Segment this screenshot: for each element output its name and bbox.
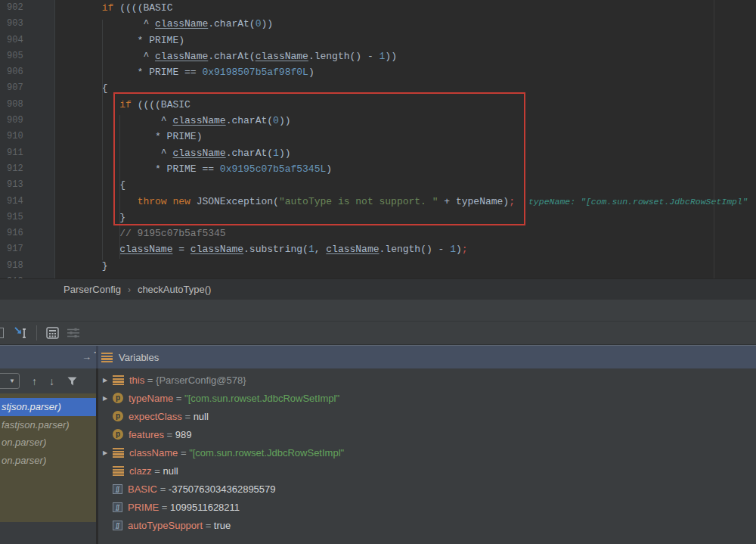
line-number[interactable]: 910 xyxy=(0,129,54,145)
variable-name: expectClass xyxy=(129,411,182,422)
variable-name: PRIME xyxy=(128,502,159,513)
expand-arrow-icon[interactable]: ▶ xyxy=(100,449,110,456)
right-margin-guide xyxy=(714,0,714,278)
line-number[interactable]: 904 xyxy=(0,33,54,48)
variable-value: {ParserConfig@578} xyxy=(156,375,246,386)
variable-row[interactable]: ▶pexpectClass = null xyxy=(98,407,756,425)
stack-frame-item[interactable]: stjson.parser) xyxy=(0,398,96,416)
expand-arrow-icon[interactable]: ▶ xyxy=(100,377,110,384)
code-line[interactable]: if ((((BASIC xyxy=(67,97,748,113)
stack-frame-item[interactable]: on.parser) xyxy=(0,452,96,470)
code-line[interactable]: className = className.substring(1, class… xyxy=(67,241,748,257)
stack-frame-item[interactable]: fastjson.parser) xyxy=(0,416,96,434)
line-number[interactable]: 911 xyxy=(0,145,54,161)
code-area[interactable]: if ((((BASIC ^ className.charAt(0)) * PR… xyxy=(67,0,748,278)
variables-icon xyxy=(101,353,113,362)
line-number[interactable]: 902 xyxy=(0,0,54,16)
code-line[interactable]: ^ className.charAt(0)) xyxy=(67,16,748,32)
variable-name: clazz xyxy=(129,465,152,477)
stack-frame-item[interactable]: on.parser) xyxy=(0,434,96,452)
code-line[interactable]: ^ className.charAt(className.length() - … xyxy=(67,48,748,64)
line-number[interactable]: 909 xyxy=(0,113,54,129)
breadcrumb-method[interactable]: checkAutoType() xyxy=(138,284,212,295)
tab-variables[interactable]: Variables xyxy=(101,346,159,369)
code-line[interactable]: throw new JSONException("autoType is not… xyxy=(67,194,748,210)
line-number[interactable]: 903 xyxy=(0,16,54,32)
code-line[interactable]: // 9195c07b5af5345 xyxy=(67,225,748,241)
code-line[interactable]: ^ className.charAt(0)) xyxy=(67,113,748,129)
parameter-icon: p xyxy=(113,411,123,421)
line-number[interactable]: 916 xyxy=(0,225,54,241)
variable-value: true xyxy=(214,520,231,531)
line-number[interactable]: 908 xyxy=(0,97,54,113)
code-line[interactable]: * PRIME == 0x9198507b5af98f0L) xyxy=(67,64,748,80)
equals-sign: = xyxy=(152,465,163,477)
code-line[interactable]: * PRIME) xyxy=(67,129,748,145)
variable-row[interactable]: ▶clazz = null xyxy=(98,462,756,480)
editor-gutter[interactable]: 9029039049059069079089099109119129139149… xyxy=(0,0,55,278)
frames-panel: ▼ ↑ ↓ stjson.parser)fastjson.parser)on.p… xyxy=(0,368,96,544)
line-number[interactable]: 917 xyxy=(0,241,54,257)
ide-debug-window: 9029039049059069079089099109119129139149… xyxy=(0,0,756,544)
equals-sign: = xyxy=(178,447,189,459)
variable-row[interactable]: ▶∬PRIME = 1099511628211 xyxy=(98,498,756,516)
equals-sign: = xyxy=(203,520,214,531)
line-number[interactable]: 913 xyxy=(0,177,54,193)
clipped-toolbar-icon[interactable] xyxy=(0,328,4,338)
indent-guide xyxy=(119,115,120,259)
code-line[interactable]: { xyxy=(67,177,748,193)
code-line[interactable]: } xyxy=(67,210,748,225)
breadcrumb-class[interactable]: ParserConfig xyxy=(64,284,121,295)
code-line[interactable]: ^ className.charAt(1)) xyxy=(67,145,748,161)
code-line[interactable]: { xyxy=(67,80,748,96)
code-line[interactable]: * PRIME) xyxy=(67,33,748,48)
parameter-icon: p xyxy=(113,393,123,403)
line-number[interactable]: 907 xyxy=(0,80,54,96)
variable-row[interactable]: ▶this = {ParserConfig@578} xyxy=(98,371,756,389)
layout-settings-icon[interactable] xyxy=(65,325,82,340)
equals-sign: = xyxy=(182,411,194,422)
variable-name: BASIC xyxy=(128,483,157,495)
line-number[interactable]: 915 xyxy=(0,210,54,225)
variable-icon xyxy=(113,375,124,385)
line-number[interactable]: 912 xyxy=(0,161,54,177)
equals-sign: = xyxy=(173,393,184,404)
code-editor[interactable]: 9029039049059069079089099109119129139149… xyxy=(0,0,756,278)
expand-arrow-icon[interactable]: ▶ xyxy=(100,395,110,402)
code-line[interactable]: } xyxy=(67,258,748,274)
variable-icon xyxy=(113,448,124,458)
line-number[interactable]: 905 xyxy=(0,48,54,64)
variable-icon xyxy=(113,466,124,476)
filter-funnel-icon[interactable] xyxy=(67,377,77,386)
window-gap xyxy=(0,300,756,321)
show-execution-point-icon[interactable]: →▪ xyxy=(82,350,95,364)
down-arrow-icon[interactable]: ↓ xyxy=(49,375,54,387)
variable-name: this xyxy=(129,375,144,386)
indent-guide xyxy=(102,20,103,260)
variable-value: "[com.sun.rowset.JdbcRowSetImpl" xyxy=(189,447,344,459)
variable-row[interactable]: ▶∬autoTypeSupport = true xyxy=(98,516,756,534)
variable-row[interactable]: ▶∬BASIC = -3750763034362895579 xyxy=(98,480,756,498)
variables-tab-label: Variables xyxy=(119,352,159,363)
variable-value: null xyxy=(163,465,178,477)
up-arrow-icon[interactable]: ↑ xyxy=(32,375,37,387)
parameter-icon: p xyxy=(113,429,123,440)
variable-row[interactable]: ▶ptypeName = "[com.sun.rowset.JdbcRowSet… xyxy=(98,389,756,407)
variables-panel[interactable]: ▶this = {ParserConfig@578}▶ptypeName = "… xyxy=(98,368,756,544)
stack-frames-list[interactable]: stjson.parser)fastjson.parser)on.parser)… xyxy=(0,393,96,522)
thread-dropdown[interactable]: ▼ xyxy=(0,373,20,389)
variable-value: null xyxy=(194,411,209,422)
frames-toolbar: ▼ ↑ ↓ xyxy=(0,368,96,393)
line-number[interactable]: 918 xyxy=(0,258,54,274)
line-number[interactable]: 906 xyxy=(0,64,54,80)
variable-row[interactable]: ▶pfeatures = 989 xyxy=(98,425,756,443)
equals-sign: = xyxy=(159,502,170,513)
variable-row[interactable]: ▶className = "[com.sun.rowset.JdbcRowSet… xyxy=(98,443,756,462)
variable-name: autoTypeSupport xyxy=(128,520,203,531)
evaluate-expression-icon[interactable] xyxy=(44,325,60,340)
code-line[interactable]: if ((((BASIC xyxy=(67,0,748,16)
code-line[interactable]: * PRIME == 0x9195c07b5af5345L) xyxy=(67,161,748,177)
run-to-cursor-icon[interactable] xyxy=(13,325,29,340)
variable-value: -3750763034362895579 xyxy=(169,483,276,495)
line-number[interactable]: 914 xyxy=(0,194,54,210)
